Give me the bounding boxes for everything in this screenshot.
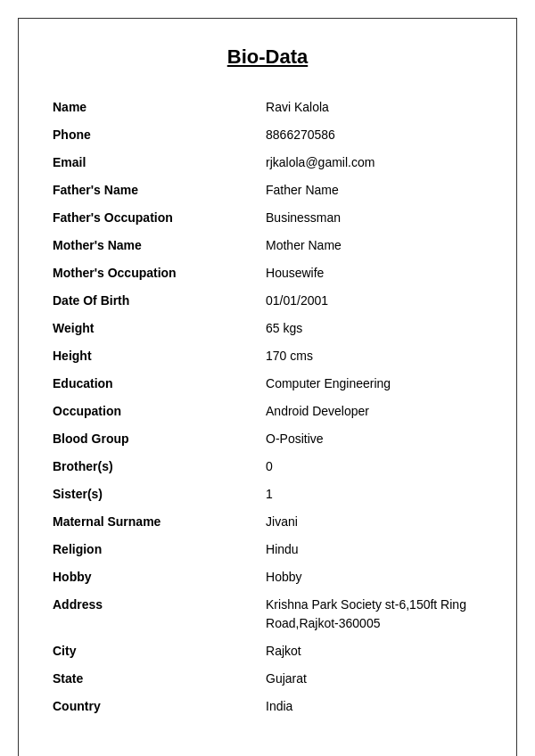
field-label: Blood Group (45, 425, 259, 453)
table-row: Date Of Birth01/01/2001 (45, 287, 490, 315)
field-label: Father's Occupation (45, 204, 259, 232)
page-title: Bio-Data (45, 45, 490, 69)
table-row: Mother's OccupationHousewife (45, 259, 490, 287)
table-row: HobbyHobby (45, 563, 490, 591)
field-label: Brother(s) (45, 453, 259, 481)
table-row: Brother(s)0 (45, 453, 490, 481)
table-row: StateGujarat (45, 665, 490, 693)
field-label: Height (45, 342, 259, 370)
field-label: Address (45, 591, 259, 637)
table-row: Mother's NameMother Name (45, 232, 490, 259)
field-label: Maternal Surname (45, 508, 259, 536)
table-row: Blood GroupO-Positive (45, 425, 490, 453)
field-value: Mother Name (259, 232, 490, 259)
table-row: OccupationAndroid Developer (45, 398, 490, 425)
field-label: Hobby (45, 563, 259, 591)
field-value: 0 (259, 453, 490, 481)
field-value: Gujarat (259, 665, 490, 693)
field-label: City (45, 637, 259, 665)
field-label: Name (45, 94, 259, 121)
field-value: 1 (259, 481, 490, 508)
bio-table: NameRavi KalolaPhone8866270586Emailrjkal… (45, 94, 490, 720)
table-row: Father's OccupationBusinessman (45, 204, 490, 232)
field-value: Android Developer (259, 398, 490, 425)
field-value: Rajkot (259, 637, 490, 665)
field-value: Father Name (259, 177, 490, 204)
field-value: Businessman (259, 204, 490, 232)
field-label: Date Of Birth (45, 287, 259, 315)
table-row: Weight65 kgs (45, 315, 490, 342)
field-value: 8866270586 (259, 121, 490, 149)
field-value: Computer Engineering (259, 370, 490, 398)
field-label: Father's Name (45, 177, 259, 204)
table-row: CityRajkot (45, 637, 490, 665)
table-row: Father's NameFather Name (45, 177, 490, 204)
table-row: Height170 cms (45, 342, 490, 370)
field-label: State (45, 665, 259, 693)
field-label: Religion (45, 536, 259, 563)
table-row: Sister(s)1 (45, 481, 490, 508)
field-value: Housewife (259, 259, 490, 287)
field-value: Krishna Park Society st-6,150ft Ring Roa… (259, 591, 490, 637)
field-value: Hobby (259, 563, 490, 591)
table-row: Emailrjkalola@gamil.com (45, 149, 490, 177)
table-row: AddressKrishna Park Society st-6,150ft R… (45, 591, 490, 637)
table-row: Maternal SurnameJivani (45, 508, 490, 536)
field-value: Hindu (259, 536, 490, 563)
field-value: 170 cms (259, 342, 490, 370)
table-row: ReligionHindu (45, 536, 490, 563)
field-label: Education (45, 370, 259, 398)
field-value: Jivani (259, 508, 490, 536)
table-row: CountryIndia (45, 693, 490, 720)
field-value: rjkalola@gamil.com (259, 149, 490, 177)
field-value: O-Positive (259, 425, 490, 453)
field-label: Mother's Occupation (45, 259, 259, 287)
field-label: Phone (45, 121, 259, 149)
field-value: 65 kgs (259, 315, 490, 342)
table-row: NameRavi Kalola (45, 94, 490, 121)
field-label: Email (45, 149, 259, 177)
field-label: Weight (45, 315, 259, 342)
field-label: Occupation (45, 398, 259, 425)
field-label: Country (45, 693, 259, 720)
field-label: Sister(s) (45, 481, 259, 508)
field-value: 01/01/2001 (259, 287, 490, 315)
field-label: Mother's Name (45, 232, 259, 259)
bio-data-container: Bio-Data NameRavi KalolaPhone8866270586E… (18, 18, 517, 756)
field-value: Ravi Kalola (259, 94, 490, 121)
table-row: Phone8866270586 (45, 121, 490, 149)
table-row: EducationComputer Engineering (45, 370, 490, 398)
field-value: India (259, 693, 490, 720)
